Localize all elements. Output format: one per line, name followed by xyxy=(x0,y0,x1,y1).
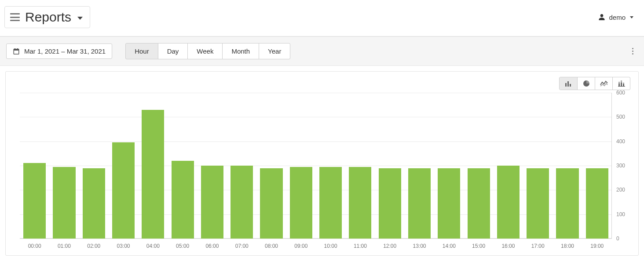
chart-type-line-chart[interactable] xyxy=(595,77,612,90)
svg-rect-4 xyxy=(618,82,620,83)
bar-slot: 12:00 xyxy=(375,93,405,239)
chevron-down-icon xyxy=(77,17,83,20)
x-tick-label: 12:00 xyxy=(383,243,396,249)
calendar-icon xyxy=(13,48,20,55)
svg-rect-1 xyxy=(567,81,569,87)
y-tick-label: 500 xyxy=(614,114,631,120)
chart-type-bar-chart[interactable] xyxy=(560,77,577,90)
granularity-segmented-control: HourDayWeekMonthYear xyxy=(125,43,290,59)
granularity-hour[interactable]: Hour xyxy=(125,43,158,59)
gridline xyxy=(20,239,612,239)
chart-bar[interactable] xyxy=(438,168,460,239)
x-tick-label: 01:00 xyxy=(58,243,71,249)
y-tick-label: 400 xyxy=(614,138,631,145)
page-title-menu[interactable]: Reports xyxy=(4,6,90,28)
granularity-day[interactable]: Day xyxy=(158,43,188,59)
chart-bar[interactable] xyxy=(349,167,371,239)
chart-bar[interactable] xyxy=(142,110,164,239)
bar-slot: 09:00 xyxy=(286,93,316,239)
chart-bars: 00:0001:0002:0003:0004:0005:0006:0007:00… xyxy=(20,93,612,239)
x-tick-label: 10:00 xyxy=(324,243,337,249)
granularity-month[interactable]: Month xyxy=(222,43,259,59)
chart-bar[interactable] xyxy=(260,168,282,239)
bar-slot: 06:00 xyxy=(198,93,227,239)
x-tick-label: 03:00 xyxy=(117,243,130,249)
chart-bar[interactable] xyxy=(83,168,105,239)
bar-chart-icon xyxy=(565,80,572,87)
svg-rect-2 xyxy=(570,84,571,87)
chart-panel: 00:0001:0002:0003:0004:0005:0006:0007:00… xyxy=(5,71,639,256)
x-tick-label: 06:00 xyxy=(205,243,219,249)
chart-type-toggle xyxy=(559,77,630,90)
y-tick-label: 600 xyxy=(614,90,631,96)
chart-bar[interactable] xyxy=(112,142,135,239)
date-range-picker[interactable]: Mar 1, 2021 – Mar 31, 2021 xyxy=(6,43,112,59)
chart-bar[interactable] xyxy=(53,167,75,239)
chart-area: 00:0001:0002:0003:0004:0005:0006:0007:00… xyxy=(20,93,612,239)
user-menu[interactable]: demo xyxy=(598,14,637,21)
chart-bar[interactable] xyxy=(231,166,253,239)
chart-bar[interactable] xyxy=(586,168,608,239)
y-tick-label: 0 xyxy=(614,235,631,242)
chart-bar[interactable] xyxy=(556,168,578,239)
bar-slot: 14:00 xyxy=(434,93,464,239)
bar-slot: 11:00 xyxy=(345,93,375,239)
x-tick-label: 14:00 xyxy=(443,243,456,249)
chart-bar[interactable] xyxy=(23,163,46,239)
x-tick-label: 15:00 xyxy=(472,243,485,249)
bar-slot: 17:00 xyxy=(523,93,553,239)
bar-slot: 16:00 xyxy=(494,93,523,239)
x-tick-label: 11:00 xyxy=(354,243,367,249)
bar-slot: 10:00 xyxy=(316,93,345,239)
chart-bar[interactable] xyxy=(497,166,520,239)
y-tick-label: 100 xyxy=(614,211,631,217)
bar-slot: 00:00 xyxy=(20,93,49,239)
x-tick-label: 02:00 xyxy=(87,243,100,249)
bar-slot: 02:00 xyxy=(79,93,109,239)
stacked-bar-icon xyxy=(618,80,625,87)
x-tick-label: 05:00 xyxy=(176,243,189,249)
bar-slot: 05:00 xyxy=(168,93,197,239)
bar-slot: 07:00 xyxy=(227,93,256,239)
bar-slot: 19:00 xyxy=(582,93,612,239)
x-tick-label: 07:00 xyxy=(235,243,249,249)
chart-bar[interactable] xyxy=(527,168,549,239)
y-tick-label: 200 xyxy=(614,187,631,193)
line-chart-icon xyxy=(600,80,608,87)
chart-bar[interactable] xyxy=(172,161,194,239)
page-title: Reports xyxy=(25,9,71,25)
chevron-down-icon xyxy=(630,16,633,18)
bar-slot: 04:00 xyxy=(138,93,168,239)
date-range-label: Mar 1, 2021 – Mar 31, 2021 xyxy=(24,47,106,55)
hamburger-icon xyxy=(10,13,20,21)
more-options-button[interactable] xyxy=(627,45,638,58)
x-tick-label: 08:00 xyxy=(265,243,278,249)
bar-slot: 01:00 xyxy=(49,93,79,239)
x-tick-label: 09:00 xyxy=(294,243,307,249)
x-tick-label: 16:00 xyxy=(501,243,515,249)
x-tick-label: 19:00 xyxy=(590,243,604,249)
svg-rect-6 xyxy=(621,80,622,83)
chart-bar[interactable] xyxy=(468,168,490,239)
chart-type-stacked-bar[interactable] xyxy=(612,77,630,90)
x-tick-label: 13:00 xyxy=(413,243,426,249)
bar-slot: 15:00 xyxy=(464,93,493,239)
x-tick-label: 18:00 xyxy=(561,243,574,249)
pie-chart-icon xyxy=(583,80,590,87)
x-tick-label: 04:00 xyxy=(146,243,160,249)
bar-slot: 08:00 xyxy=(256,93,286,239)
chart-bar[interactable] xyxy=(408,168,431,239)
chart-bar[interactable] xyxy=(319,167,342,239)
chart-bar[interactable] xyxy=(290,167,312,239)
y-tick-label: 300 xyxy=(614,163,631,169)
svg-rect-8 xyxy=(623,83,624,84)
toolbar: Mar 1, 2021 – Mar 31, 2021 HourDayWeekMo… xyxy=(0,36,644,66)
svg-rect-0 xyxy=(565,83,567,87)
chart-bar[interactable] xyxy=(201,166,223,239)
chart-bar[interactable] xyxy=(379,168,401,239)
chart-type-pie-chart[interactable] xyxy=(577,77,595,90)
granularity-week[interactable]: Week xyxy=(187,43,223,59)
y-axis-labels: 0100200300400500600 xyxy=(614,93,631,239)
bar-slot: 03:00 xyxy=(109,93,138,239)
granularity-year[interactable]: Year xyxy=(259,43,290,59)
